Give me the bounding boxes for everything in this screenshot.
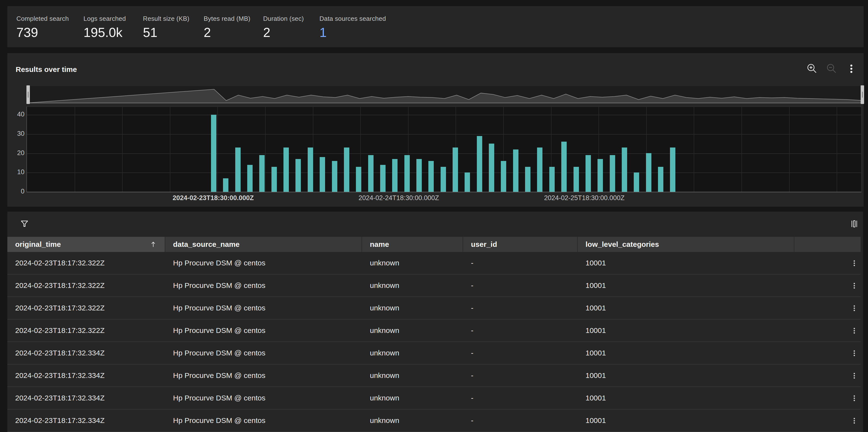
- bar: [247, 165, 253, 192]
- bar: [610, 155, 615, 192]
- overflow-menu-icon: [850, 326, 859, 335]
- cell-original_time: 2024-02-23T18:17:32.334Z: [7, 364, 165, 387]
- bar: [441, 167, 446, 192]
- stat-label: Result size (KB): [143, 15, 204, 23]
- table-body: 2024-02-23T18:17:32.322ZHp Procurve DSM …: [7, 252, 861, 432]
- v-gridline: [694, 107, 694, 192]
- y-tick-label: 0: [7, 187, 25, 195]
- table-row[interactable]: 2024-02-23T18:17:32.322ZHp Procurve DSM …: [7, 252, 861, 274]
- column-header-user-id[interactable]: user_id: [463, 237, 578, 252]
- table-row[interactable]: 2024-02-23T18:17:32.322ZHp Procurve DSM …: [7, 297, 861, 320]
- bar: [344, 147, 349, 192]
- cell-user_id: -: [463, 297, 578, 319]
- stat-label: Bytes read (MB): [204, 15, 263, 23]
- stat-data-sources-searched: Data sources searched 1: [319, 15, 386, 47]
- cell-low_level_categories: 10001: [578, 297, 794, 319]
- column-header-data-source-name[interactable]: data_source_name: [165, 237, 362, 252]
- filter-button[interactable]: [18, 217, 31, 231]
- h-gridline: [27, 154, 861, 154]
- v-gridline: [122, 107, 123, 192]
- stat-bytes-read: Bytes read (MB) 2: [204, 15, 263, 47]
- results-over-time-card: Results over time 010203040 2024-02-23T1…: [7, 53, 864, 207]
- column-settings-button[interactable]: [847, 217, 861, 231]
- v-gridline: [170, 107, 170, 192]
- cell-name: unknown: [362, 274, 463, 297]
- table-row[interactable]: 2024-02-23T18:17:32.322ZHp Procurve DSM …: [7, 320, 861, 342]
- stat-value: 2: [263, 26, 319, 40]
- bar: [646, 153, 651, 192]
- bar: [380, 165, 385, 192]
- bar: [356, 167, 361, 192]
- cell-data_source_name: Hp Procurve DSM @ centos: [165, 297, 362, 319]
- column-header-label: data_source_name: [173, 240, 240, 248]
- cell-data_source_name: Hp Procurve DSM @ centos: [165, 252, 362, 274]
- cell-user_id: -: [463, 342, 578, 364]
- bar: [597, 159, 603, 192]
- v-gridline: [741, 107, 742, 192]
- row-overflow-menu-button[interactable]: [848, 280, 860, 292]
- cell-user_id: -: [463, 409, 578, 432]
- y-tick-label: 30: [7, 130, 25, 137]
- column-header-original-time[interactable]: original_time: [7, 237, 165, 252]
- bar: [465, 172, 470, 192]
- cell-user_id: -: [463, 364, 578, 387]
- zoom-in-button[interactable]: [802, 59, 822, 78]
- v-gridline: [265, 107, 266, 192]
- y-tick-label: 20: [7, 149, 25, 157]
- chart-toolbar: [802, 59, 861, 78]
- bar: [574, 167, 579, 192]
- table-toolbar: [7, 211, 863, 237]
- results-table-card: original_time data_source_name name user…: [7, 211, 863, 432]
- column-header-low-level-categories[interactable]: low_level_categories: [578, 237, 794, 252]
- stat-logs-searched: Logs searched 195.0k: [84, 15, 143, 47]
- overflow-menu-icon: [850, 417, 859, 425]
- stat-value: 739: [17, 26, 84, 40]
- row-overflow-menu-button[interactable]: [848, 392, 860, 404]
- brush-handle-right[interactable]: [861, 86, 864, 104]
- bar: [513, 149, 519, 192]
- bar: [272, 167, 277, 192]
- cell-low_level_categories: 10001: [578, 342, 794, 364]
- zoom-out-button[interactable]: [822, 59, 842, 78]
- row-overflow-menu-button[interactable]: [848, 302, 860, 314]
- column-header-name[interactable]: name: [362, 237, 463, 252]
- log-search-results-page: { "colors": { "background": "#161616", "…: [0, 0, 868, 432]
- stat-result-size: Result size (KB) 51: [143, 15, 204, 47]
- y-tick-label: 10: [7, 168, 25, 176]
- stat-data-sources-link[interactable]: 1: [319, 26, 386, 40]
- bar: [320, 157, 325, 192]
- table-row[interactable]: 2024-02-23T18:17:32.334ZHp Procurve DSM …: [7, 409, 861, 432]
- x-tick-label: 2024-02-25T18:30:00.000Z: [544, 194, 625, 202]
- overflow-menu-icon: [845, 63, 857, 75]
- stat-label: Completed search: [17, 15, 84, 23]
- overflow-menu-icon: [850, 371, 859, 380]
- bar: [332, 161, 337, 192]
- bar: [392, 159, 398, 192]
- bar: [235, 147, 241, 192]
- row-overflow-menu-button[interactable]: [848, 370, 860, 381]
- table-row[interactable]: 2024-02-23T18:17:32.322ZHp Procurve DSM …: [7, 274, 861, 297]
- overflow-menu-icon: [850, 281, 859, 290]
- brush-handle-left[interactable]: [26, 86, 30, 104]
- cell-low_level_categories: 10001: [578, 387, 794, 409]
- bar: [368, 155, 374, 192]
- table-row[interactable]: 2024-02-23T18:17:32.334ZHp Procurve DSM …: [7, 364, 861, 387]
- cell-user_id: -: [463, 387, 578, 409]
- cell-low_level_categories: 10001: [578, 274, 794, 297]
- zoom-in-icon: [806, 63, 818, 75]
- chart-range-brush[interactable]: [26, 86, 864, 103]
- cell-data_source_name: Hp Procurve DSM @ centos: [165, 409, 362, 432]
- row-overflow-menu-button[interactable]: [848, 257, 860, 269]
- row-overflow-menu-button[interactable]: [848, 325, 860, 337]
- row-overflow-menu-button[interactable]: [848, 415, 860, 427]
- table-row[interactable]: 2024-02-23T18:17:32.334ZHp Procurve DSM …: [7, 387, 861, 409]
- stat-duration: Duration (sec) 2: [263, 15, 319, 47]
- overflow-menu-icon: [850, 259, 859, 268]
- cell-low_level_categories: 10001: [578, 252, 794, 274]
- table-row[interactable]: 2024-02-23T18:17:32.334ZHp Procurve DSM …: [7, 342, 861, 364]
- cell-name: unknown: [362, 364, 463, 387]
- v-gridline: [75, 107, 75, 192]
- row-overflow-menu-button[interactable]: [848, 347, 860, 359]
- chart-overflow-menu-button[interactable]: [842, 59, 861, 78]
- bar: [283, 147, 289, 192]
